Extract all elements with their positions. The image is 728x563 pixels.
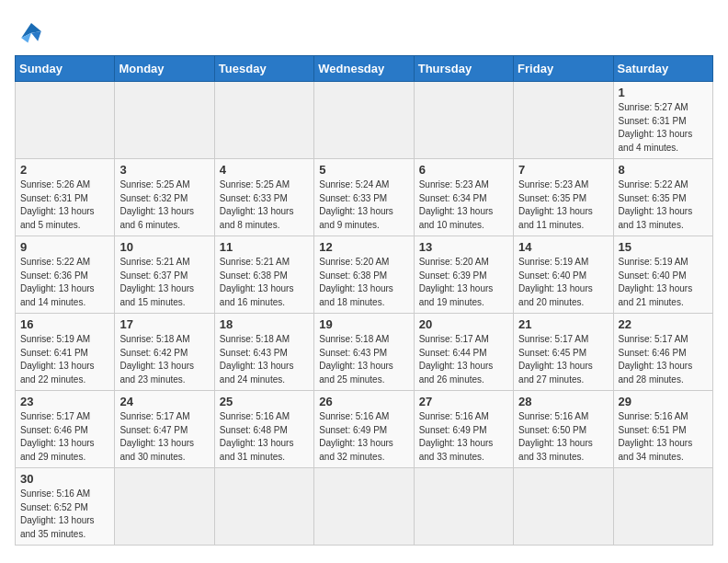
day-info: Sunrise: 5:19 AM Sunset: 6:40 PM Dayligh…: [518, 256, 608, 309]
calendar-cell: 2Sunrise: 5:26 AM Sunset: 6:31 PM Daylig…: [16, 159, 115, 236]
day-info: Sunrise: 5:18 AM Sunset: 6:43 PM Dayligh…: [319, 333, 408, 386]
day-header-saturday: Saturday: [613, 56, 712, 82]
week-row-3: 9Sunrise: 5:22 AM Sunset: 6:36 PM Daylig…: [16, 236, 713, 314]
calendar-cell: 22Sunrise: 5:17 AM Sunset: 6:46 PM Dayli…: [613, 314, 712, 391]
calendar-cell: 12Sunrise: 5:20 AM Sunset: 6:38 PM Dayli…: [314, 236, 414, 314]
day-info: Sunrise: 5:26 AM Sunset: 6:31 PM Dayligh…: [20, 178, 109, 232]
day-info: Sunrise: 5:18 AM Sunset: 6:42 PM Dayligh…: [119, 333, 209, 386]
day-info: Sunrise: 5:16 AM Sunset: 6:52 PM Dayligh…: [20, 488, 109, 541]
calendar-cell: 11Sunrise: 5:21 AM Sunset: 6:38 PM Dayli…: [214, 236, 313, 314]
day-info: Sunrise: 5:21 AM Sunset: 6:37 PM Dayligh…: [119, 256, 209, 309]
calendar-cell: [115, 468, 214, 546]
calendar-cell: [514, 82, 613, 159]
day-header-sunday: Sunday: [16, 56, 115, 82]
week-row-1: 1Sunrise: 5:27 AM Sunset: 6:31 PM Daylig…: [16, 82, 713, 159]
day-info: Sunrise: 5:24 AM Sunset: 6:33 PM Dayligh…: [319, 178, 408, 232]
day-number: 15: [619, 240, 708, 254]
day-info: Sunrise: 5:17 AM Sunset: 6:46 PM Dayligh…: [20, 410, 109, 464]
day-number: 6: [419, 163, 508, 177]
day-number: 14: [518, 240, 608, 254]
day-info: Sunrise: 5:21 AM Sunset: 6:38 PM Dayligh…: [220, 256, 309, 309]
calendar-cell: 30Sunrise: 5:16 AM Sunset: 6:52 PM Dayli…: [16, 468, 115, 546]
day-info: Sunrise: 5:25 AM Sunset: 6:33 PM Dayligh…: [220, 178, 309, 232]
calendar-cell: 19Sunrise: 5:18 AM Sunset: 6:43 PM Dayli…: [314, 314, 414, 391]
day-info: Sunrise: 5:17 AM Sunset: 6:46 PM Dayligh…: [619, 333, 708, 386]
calendar-cell: 25Sunrise: 5:16 AM Sunset: 6:48 PM Dayli…: [214, 391, 313, 468]
calendar-cell: 27Sunrise: 5:16 AM Sunset: 6:49 PM Dayli…: [414, 391, 513, 468]
day-info: Sunrise: 5:22 AM Sunset: 6:35 PM Dayligh…: [619, 178, 708, 232]
week-row-5: 23Sunrise: 5:17 AM Sunset: 6:46 PM Dayli…: [16, 391, 713, 468]
logo: [15, 15, 53, 48]
calendar-cell: 16Sunrise: 5:19 AM Sunset: 6:41 PM Dayli…: [16, 314, 115, 391]
day-number: 12: [319, 240, 408, 254]
day-number: 11: [220, 240, 309, 254]
day-number: 13: [419, 240, 508, 254]
day-number: 4: [220, 163, 309, 177]
calendar-cell: 20Sunrise: 5:17 AM Sunset: 6:44 PM Dayli…: [414, 314, 513, 391]
calendar-cell: 13Sunrise: 5:20 AM Sunset: 6:39 PM Dayli…: [414, 236, 513, 314]
day-info: Sunrise: 5:27 AM Sunset: 6:31 PM Dayligh…: [619, 101, 708, 155]
day-info: Sunrise: 5:17 AM Sunset: 6:44 PM Dayligh…: [419, 333, 508, 386]
day-info: Sunrise: 5:25 AM Sunset: 6:32 PM Dayligh…: [119, 178, 209, 232]
calendar-cell: 9Sunrise: 5:22 AM Sunset: 6:36 PM Daylig…: [16, 236, 115, 314]
day-number: 22: [619, 317, 708, 331]
calendar-cell: 21Sunrise: 5:17 AM Sunset: 6:45 PM Dayli…: [514, 314, 613, 391]
header-row: SundayMondayTuesdayWednesdayThursdayFrid…: [16, 56, 713, 82]
day-number: 23: [20, 395, 109, 408]
day-number: 3: [119, 163, 209, 177]
day-number: 1: [619, 86, 708, 99]
day-number: 25: [220, 395, 309, 408]
day-info: Sunrise: 5:16 AM Sunset: 6:49 PM Dayligh…: [319, 410, 408, 464]
calendar-cell: 14Sunrise: 5:19 AM Sunset: 6:40 PM Dayli…: [514, 236, 613, 314]
calendar-cell: [16, 82, 115, 159]
day-header-thursday: Thursday: [414, 56, 513, 82]
day-info: Sunrise: 5:16 AM Sunset: 6:49 PM Dayligh…: [419, 410, 508, 464]
day-info: Sunrise: 5:22 AM Sunset: 6:36 PM Dayligh…: [20, 256, 109, 309]
calendar-cell: 18Sunrise: 5:18 AM Sunset: 6:43 PM Dayli…: [214, 314, 313, 391]
calendar-cell: 10Sunrise: 5:21 AM Sunset: 6:37 PM Dayli…: [115, 236, 214, 314]
day-number: 9: [20, 240, 109, 254]
day-info: Sunrise: 5:17 AM Sunset: 6:45 PM Dayligh…: [518, 333, 608, 386]
day-number: 29: [619, 395, 708, 408]
day-number: 27: [419, 395, 508, 408]
calendar-cell: [514, 468, 613, 546]
day-number: 5: [319, 163, 408, 177]
calendar-table: SundayMondayTuesdayWednesdayThursdayFrid…: [15, 55, 713, 546]
calendar-cell: 29Sunrise: 5:16 AM Sunset: 6:51 PM Dayli…: [613, 391, 712, 468]
logo-icon: [15, 15, 48, 48]
day-info: Sunrise: 5:20 AM Sunset: 6:38 PM Dayligh…: [319, 256, 408, 309]
day-number: 17: [119, 317, 209, 331]
day-number: 28: [518, 395, 608, 408]
page-header: [15, 15, 713, 48]
day-info: Sunrise: 5:16 AM Sunset: 6:51 PM Dayligh…: [619, 410, 708, 464]
day-info: Sunrise: 5:20 AM Sunset: 6:39 PM Dayligh…: [419, 256, 508, 309]
calendar-cell: [214, 468, 313, 546]
calendar-cell: 26Sunrise: 5:16 AM Sunset: 6:49 PM Dayli…: [314, 391, 414, 468]
day-header-wednesday: Wednesday: [314, 56, 414, 82]
day-number: 16: [20, 317, 109, 331]
calendar-cell: 24Sunrise: 5:17 AM Sunset: 6:47 PM Dayli…: [115, 391, 214, 468]
calendar-cell: 23Sunrise: 5:17 AM Sunset: 6:46 PM Dayli…: [16, 391, 115, 468]
day-header-friday: Friday: [514, 56, 613, 82]
calendar-cell: 17Sunrise: 5:18 AM Sunset: 6:42 PM Dayli…: [115, 314, 214, 391]
calendar-cell: 28Sunrise: 5:16 AM Sunset: 6:50 PM Dayli…: [514, 391, 613, 468]
day-header-monday: Monday: [115, 56, 214, 82]
calendar-cell: [115, 82, 214, 159]
day-number: 2: [20, 163, 109, 177]
day-number: 10: [119, 240, 209, 254]
day-number: 21: [518, 317, 608, 331]
calendar-cell: 6Sunrise: 5:23 AM Sunset: 6:34 PM Daylig…: [414, 159, 513, 236]
day-number: 30: [20, 472, 109, 486]
day-number: 26: [319, 395, 408, 408]
week-row-6: 30Sunrise: 5:16 AM Sunset: 6:52 PM Dayli…: [16, 468, 713, 546]
day-info: Sunrise: 5:19 AM Sunset: 6:41 PM Dayligh…: [20, 333, 109, 386]
week-row-2: 2Sunrise: 5:26 AM Sunset: 6:31 PM Daylig…: [16, 159, 713, 236]
calendar-cell: [314, 82, 414, 159]
calendar-cell: [613, 468, 712, 546]
calendar-cell: [414, 468, 513, 546]
calendar-cell: 15Sunrise: 5:19 AM Sunset: 6:40 PM Dayli…: [613, 236, 712, 314]
day-info: Sunrise: 5:17 AM Sunset: 6:47 PM Dayligh…: [119, 410, 209, 464]
day-number: 8: [619, 163, 708, 177]
day-info: Sunrise: 5:23 AM Sunset: 6:34 PM Dayligh…: [419, 178, 508, 232]
day-info: Sunrise: 5:19 AM Sunset: 6:40 PM Dayligh…: [619, 256, 708, 309]
